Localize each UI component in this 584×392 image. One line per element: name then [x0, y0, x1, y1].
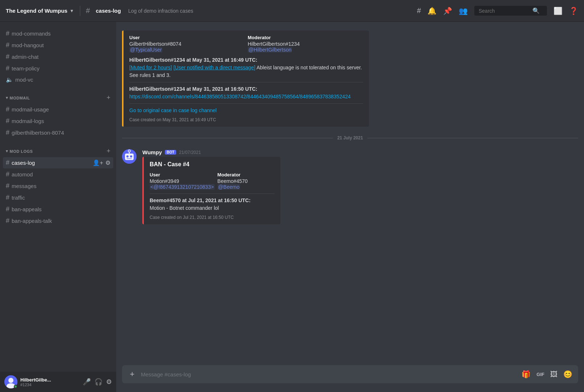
chevron-icon: ▾ — [6, 149, 8, 154]
channel-actions: 👤+ ⚙ — [93, 159, 110, 166]
divider-line-right — [367, 138, 578, 138]
hash-icon: # — [6, 65, 9, 72]
embed-field-name: User — [150, 172, 215, 177]
group-label-text: MODMAIL — [10, 96, 30, 100]
pin-icon[interactable]: 📌 — [443, 7, 452, 15]
server-name[interactable]: The Legend of Wumpus ▼ — [6, 8, 74, 14]
ban-user-text: Motion#3949 — [150, 178, 179, 184]
add-channel-button[interactable]: + — [106, 94, 110, 102]
sidebar-item-ban-appeals-talk[interactable]: # ban-appeals-talk — [3, 215, 113, 226]
user-tag: #1234 — [20, 383, 80, 387]
online-status — [14, 385, 17, 388]
chevron-icon: ▾ — [6, 95, 8, 100]
header-channel-name: cases-log — [96, 8, 121, 14]
help-icon[interactable]: ❓ — [569, 7, 578, 15]
mod-mention[interactable]: @HilbertGilbertson — [248, 47, 292, 53]
sidebar-item-cases-log[interactable]: # cases-log 👤+ ⚙ — [3, 157, 113, 168]
embed-mod-value: HilbertGilbertson#1234 @HilbertGilbertso… — [248, 41, 363, 53]
ban-user-value: Motion#3949 <@!867439132107210833> — [150, 178, 215, 190]
header-divider — [80, 6, 80, 16]
sidebar-item-team-policy[interactable]: # team-policy — [3, 63, 113, 74]
sidebar-item-gilberthilbertson[interactable]: # gilberthilbertson-8074 — [3, 127, 113, 138]
user-mention[interactable]: @TypicalUser — [129, 47, 162, 53]
channel-group-ungrouped: # mod-commands # mod-hangout # admin-cha… — [0, 22, 116, 87]
ban-user-mention[interactable]: <@!867439132107210833> — [150, 184, 215, 190]
sidebar-item-modmail-usage[interactable]: # modmail-usage — [3, 104, 113, 115]
channel-group-modlogs: ▾ MOD LOGS + # cases-log 👤+ ⚙ # automod … — [0, 140, 116, 228]
modmail-group-label: ▾ MODMAIL — [6, 95, 30, 100]
sidebar-item-ban-appeals[interactable]: # ban-appeals — [3, 204, 113, 215]
ban-action-author: Beemo#4570 at Jul 21, 2021 at 16:50 UTC: — [150, 197, 251, 203]
gift-icon[interactable]: 🎁 — [522, 370, 531, 379]
sticker-icon[interactable]: 🖼 — [550, 370, 557, 379]
embed-field-name: User — [129, 35, 245, 40]
bot-avatar — [122, 149, 137, 164]
message-input[interactable] — [141, 371, 517, 377]
channel-label: ban-appeals — [12, 206, 110, 212]
settings-icon[interactable]: ⚙ — [106, 378, 112, 386]
ban-embed-mod-field: Moderator Beemo#4570 @Beemo — [218, 172, 275, 190]
svg-point-9 — [128, 150, 130, 152]
user-bar: HilbertGilbe... #1234 🎤 🎧 ⚙ — [0, 372, 116, 392]
message-input-bar: + 🎁 GIF 🖼 😊 — [116, 365, 584, 392]
modmail-group-header[interactable]: ▾ MODMAIL + — [3, 93, 113, 103]
add-attachment-button[interactable]: + — [128, 369, 137, 379]
members-icon[interactable]: 👥 — [459, 7, 468, 15]
embed-footer: Case created on May 31, 2021 at 16:49 UT… — [129, 117, 363, 122]
headphone-icon[interactable]: 🎧 — [94, 378, 102, 386]
hash-icon[interactable]: # — [417, 7, 421, 15]
notified-tag[interactable]: [User notified with a direct message] — [173, 65, 255, 70]
action1-author: HilbertGilbertson#1234 at May 31, 2021 a… — [129, 57, 257, 63]
discord-link[interactable]: https://discord.com/channels/84463858051… — [129, 94, 351, 99]
inbox-icon[interactable]: ⬜ — [553, 7, 563, 15]
muted-tag[interactable]: [Muted for 2 hours] — [129, 65, 172, 70]
settings-icon[interactable]: ⚙ — [105, 159, 110, 166]
bot-badge: BOT — [165, 150, 176, 155]
hash-icon: # — [6, 194, 9, 201]
svg-rect-4 — [125, 154, 134, 160]
sidebar-item-mod-hangout[interactable]: # mod-hangout — [3, 40, 113, 51]
group-label-text: MOD LOGS — [10, 149, 33, 154]
ban-embed-grid: User Motion#3949 <@!867439132107210833> … — [150, 172, 275, 190]
main-layout: # mod-commands # mod-hangout # admin-cha… — [0, 22, 584, 392]
svg-point-6 — [130, 155, 132, 158]
ban-embed-footer: Case created on Jul 21, 2021 at 16:50 UT… — [150, 215, 275, 220]
svg-rect-7 — [127, 158, 132, 159]
channel-label: gilberthilbertson-8074 — [12, 130, 110, 136]
hash-icon: # — [6, 117, 9, 125]
bell-icon[interactable]: 🔔 — [427, 7, 437, 15]
emoji-icon[interactable]: 😊 — [563, 370, 572, 379]
sidebar-item-mod-vc[interactable]: 🔈 mod-vc — [3, 74, 113, 85]
input-icons: 🎁 GIF 🖼 😊 — [522, 370, 572, 379]
avatar-container — [4, 375, 17, 388]
embed-action1: HilbertGilbertson#1234 at May 31, 2021 a… — [129, 56, 363, 79]
ban-mod-text: Beemo#4570 — [218, 178, 248, 184]
channel-label: cases-log — [12, 160, 90, 166]
modlogs-group-header[interactable]: ▾ MOD LOGS + — [3, 146, 113, 156]
header-hash-icon: # — [86, 7, 90, 15]
message-author: Wumpy — [142, 149, 162, 155]
search-input[interactable] — [479, 8, 530, 14]
hash-icon: # — [6, 106, 9, 113]
gif-icon[interactable]: GIF — [536, 372, 544, 377]
channel-label: messages — [12, 183, 110, 189]
add-member-icon[interactable]: 👤+ — [93, 159, 103, 166]
channel-label: mod-vc — [15, 77, 110, 83]
chat-area: User GilbertHilbertson#8074 @TypicalUser… — [116, 22, 584, 392]
sidebar-item-messages[interactable]: # messages — [3, 180, 113, 192]
sidebar-item-admin-chat[interactable]: # admin-chat — [3, 51, 113, 62]
go-to-case-link[interactable]: Go to original case in case log channel — [129, 107, 216, 113]
sidebar-item-mod-commands[interactable]: # mod-commands — [3, 28, 113, 39]
add-channel-button[interactable]: + — [106, 147, 110, 155]
ban-mod-mention[interactable]: @Beemo — [218, 184, 240, 190]
sidebar-item-automod[interactable]: # automod — [3, 169, 113, 180]
microphone-icon[interactable]: 🎤 — [83, 378, 91, 386]
header-icons: # 🔔 📌 👥 🔍 ⬜ ❓ — [417, 6, 578, 16]
date-divider: 21 July 2021 — [122, 135, 578, 140]
sidebar-item-traffic[interactable]: # traffic — [3, 192, 113, 203]
embed-separator — [129, 82, 363, 82]
search-bar[interactable]: 🔍 — [474, 6, 547, 16]
server-name-text: The Legend of Wumpus — [6, 8, 68, 14]
top-embed: User GilbertHilbertson#8074 @TypicalUser… — [122, 30, 369, 127]
sidebar-item-modmail-logs[interactable]: # modmail-logs — [3, 115, 113, 127]
